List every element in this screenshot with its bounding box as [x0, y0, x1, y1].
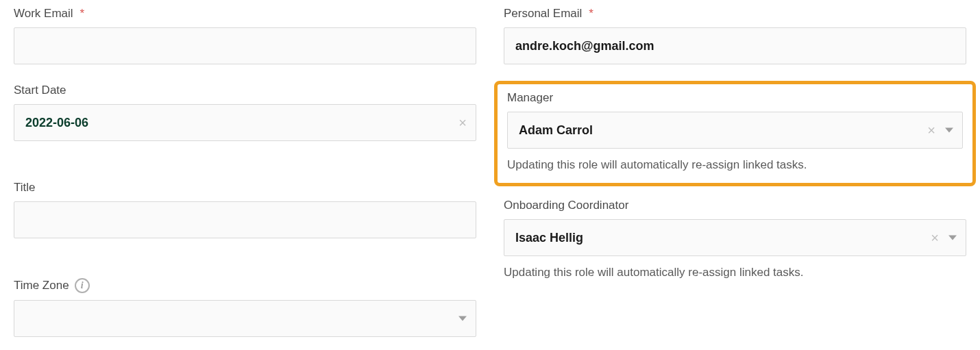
clear-icon[interactable]: ×: [931, 231, 939, 245]
start-date-label-text: Start Date: [14, 84, 66, 97]
left-column: Work Email * Start Date × Title Time: [14, 7, 476, 350]
personal-email-input[interactable]: [504, 27, 966, 64]
start-date-input[interactable]: [14, 104, 476, 141]
onboarding-coordinator-label-text: Onboarding Coordinator: [504, 199, 628, 212]
personal-email-field-group: Personal Email *: [504, 7, 966, 64]
manager-select[interactable]: Adam Carrol ×: [507, 112, 963, 149]
work-email-input[interactable]: [14, 27, 476, 64]
time-zone-select[interactable]: [14, 300, 476, 337]
form-grid: Work Email * Start Date × Title Time: [14, 7, 966, 350]
time-zone-label: Time Zone i: [14, 278, 476, 293]
manager-field-group: Manager Adam Carrol × Updating this role…: [507, 91, 963, 172]
chevron-down-icon: [945, 128, 953, 133]
title-input[interactable]: [14, 201, 476, 238]
title-field-group: Title: [14, 181, 476, 238]
right-column: Personal Email * Manager Adam Carrol × U…: [504, 7, 966, 299]
personal-email-label: Personal Email *: [504, 7, 966, 21]
time-zone-field-group: Time Zone i: [14, 278, 476, 337]
clear-icon[interactable]: ×: [458, 116, 467, 129]
work-email-label: Work Email *: [14, 7, 476, 21]
start-date-input-wrapper: ×: [14, 104, 476, 141]
chevron-down-icon: [948, 236, 957, 240]
manager-label: Manager: [507, 91, 963, 105]
required-asterisk-icon: *: [80, 7, 85, 21]
onboarding-coordinator-field-group: Onboarding Coordinator Isaac Hellig × Up…: [504, 199, 966, 279]
start-date-field-group: Start Date ×: [14, 84, 476, 141]
chevron-down-icon: [458, 316, 467, 321]
personal-email-label-text: Personal Email: [504, 7, 582, 21]
manager-value: Adam Carrol: [507, 112, 963, 149]
onboarding-coordinator-value: Isaac Hellig: [504, 219, 966, 256]
manager-helper-text: Updating this role will automatically re…: [507, 158, 963, 172]
manager-highlight-box: Manager Adam Carrol × Updating this role…: [494, 81, 976, 186]
manager-label-text: Manager: [507, 91, 553, 105]
time-zone-value: [14, 300, 476, 337]
info-icon[interactable]: i: [75, 278, 90, 293]
title-label-text: Title: [14, 181, 36, 195]
onboarding-coordinator-helper-text: Updating this role will automatically re…: [504, 266, 966, 279]
work-email-label-text: Work Email: [14, 7, 73, 21]
onboarding-coordinator-select[interactable]: Isaac Hellig ×: [504, 219, 966, 256]
start-date-label: Start Date: [14, 84, 476, 97]
clear-icon[interactable]: ×: [927, 123, 935, 137]
work-email-field-group: Work Email *: [14, 7, 476, 64]
time-zone-label-text: Time Zone: [14, 279, 69, 292]
title-label: Title: [14, 181, 476, 195]
onboarding-coordinator-label: Onboarding Coordinator: [504, 199, 966, 212]
required-asterisk-icon: *: [589, 7, 593, 21]
